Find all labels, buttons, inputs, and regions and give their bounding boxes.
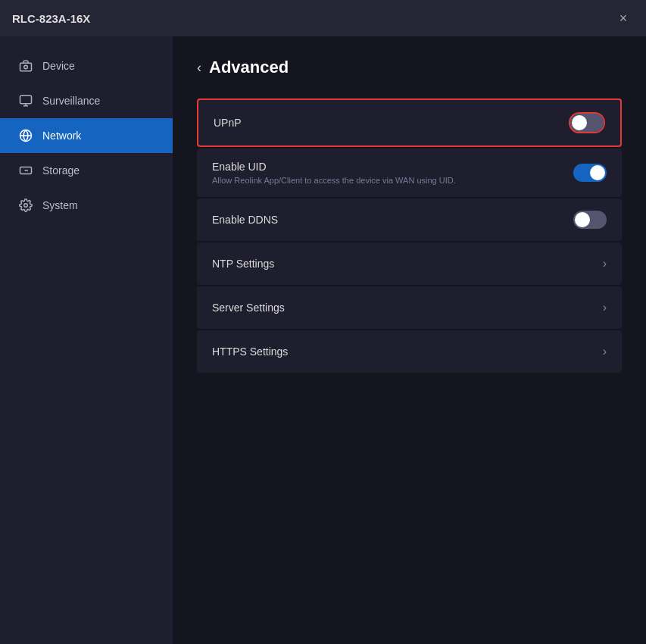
- enable-uid-label: Enable UID: [212, 161, 456, 173]
- https-settings-row[interactable]: HTTPS Settings ›: [197, 330, 622, 373]
- server-chevron-icon: ›: [603, 301, 607, 314]
- sidebar-item-surveillance-label: Surveillance: [42, 95, 100, 107]
- enable-ddns-row: Enable DDNS: [197, 199, 622, 241]
- upnp-row: UPnP: [197, 98, 622, 147]
- ntp-settings-row-left: NTP Settings: [212, 258, 274, 270]
- upnp-label: UPnP: [214, 117, 242, 129]
- page-title: Advanced: [209, 58, 289, 77]
- sidebar-item-system[interactable]: System: [0, 188, 173, 223]
- svg-point-1: [24, 65, 28, 69]
- enable-uid-toggle-knob: [590, 165, 605, 180]
- svg-point-10: [24, 204, 28, 208]
- content-area: Device Surveillance: [0, 36, 646, 644]
- main-window: RLC-823A-16X × Device: [0, 0, 646, 644]
- https-settings-row-left: HTTPS Settings: [212, 345, 288, 358]
- upnp-toggle[interactable]: [570, 114, 604, 132]
- sidebar-item-network-label: Network: [42, 130, 81, 142]
- title-bar: RLC-823A-16X ×: [0, 0, 646, 36]
- sidebar-item-device-label: Device: [42, 60, 75, 72]
- enable-ddns-label: Enable DDNS: [212, 214, 278, 226]
- https-settings-row-right: ›: [603, 345, 607, 358]
- server-settings-row-right: ›: [603, 301, 607, 314]
- close-button[interactable]: ×: [613, 8, 634, 29]
- sidebar-item-storage-label: Storage: [42, 164, 80, 177]
- globe-icon: [18, 128, 33, 143]
- ntp-settings-label: NTP Settings: [212, 258, 274, 270]
- sidebar-item-surveillance[interactable]: Surveillance: [0, 83, 173, 118]
- camera-icon: [18, 58, 33, 73]
- enable-uid-sublabel: Allow Reolink App/Client to access the d…: [212, 176, 456, 185]
- enable-ddns-row-right: [573, 211, 607, 229]
- ntp-chevron-icon: ›: [603, 257, 607, 270]
- enable-ddns-toggle[interactable]: [573, 211, 607, 229]
- server-settings-row-left: Server Settings: [212, 302, 285, 314]
- sidebar-item-network[interactable]: Network: [0, 118, 173, 153]
- sidebar-item-device[interactable]: Device: [0, 48, 173, 83]
- sidebar-item-storage[interactable]: Storage: [0, 153, 173, 188]
- ntp-settings-row[interactable]: NTP Settings ›: [197, 242, 622, 285]
- svg-rect-0: [20, 63, 32, 71]
- enable-uid-row: Enable UID Allow Reolink App/Client to a…: [197, 148, 622, 197]
- enable-ddns-row-left: Enable DDNS: [212, 214, 278, 226]
- monitor-icon: [18, 93, 33, 108]
- main-panel: ‹ Advanced UPnP: [173, 36, 646, 644]
- enable-uid-row-right: [573, 164, 607, 182]
- server-settings-row[interactable]: Server Settings ›: [197, 286, 622, 329]
- enable-uid-row-left: Enable UID Allow Reolink App/Client to a…: [212, 161, 456, 185]
- sidebar-item-system-label: System: [42, 199, 78, 211]
- window-title: RLC-823A-16X: [12, 12, 90, 25]
- upnp-row-right: [569, 112, 605, 133]
- upnp-row-left: UPnP: [214, 117, 242, 129]
- https-chevron-icon: ›: [603, 345, 607, 358]
- enable-uid-toggle[interactable]: [573, 164, 607, 182]
- enable-ddns-toggle-knob: [575, 212, 590, 227]
- svg-rect-2: [20, 95, 32, 104]
- sidebar: Device Surveillance: [0, 36, 173, 644]
- upnp-toggle-knob: [572, 115, 587, 130]
- hdd-icon: [18, 163, 33, 178]
- ntp-settings-row-right: ›: [603, 257, 607, 270]
- back-button[interactable]: ‹: [197, 60, 201, 76]
- settings-list: UPnP Enable UID Allow Reolink App/Client…: [197, 98, 622, 373]
- server-settings-label: Server Settings: [212, 302, 285, 314]
- https-settings-label: HTTPS Settings: [212, 345, 288, 358]
- gear-icon: [18, 198, 33, 213]
- page-header: ‹ Advanced: [197, 58, 622, 77]
